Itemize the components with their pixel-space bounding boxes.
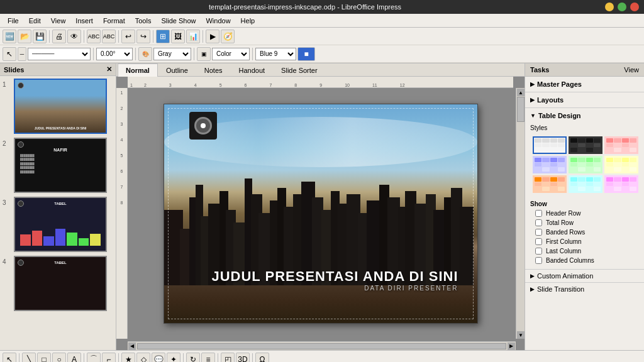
table-style-red[interactable] (604, 136, 638, 154)
align-btn[interactable]: ≡ (201, 353, 215, 363)
text-tool[interactable]: A (67, 353, 81, 363)
table-style-cyan[interactable] (569, 175, 602, 193)
area-color-icon[interactable]: 🎨 (138, 47, 152, 61)
tab-normal[interactable]: Normal (118, 63, 158, 77)
tab-notes[interactable]: Notes (196, 63, 231, 77)
custom-animation-row[interactable]: ▶ Custom Animation (525, 269, 644, 282)
flowchart-btn[interactable]: ◇ (136, 353, 150, 363)
menu-help[interactable]: Help (236, 16, 260, 26)
spellcheck-button[interactable]: ABC (87, 30, 101, 43)
draw-sep1 (19, 353, 19, 363)
connector-tool[interactable]: ⌐ (102, 353, 116, 363)
insert-special-btn[interactable]: Ω (255, 353, 269, 363)
insert-image-button[interactable]: 🖼 (171, 30, 185, 43)
table-style-purple[interactable] (604, 175, 638, 193)
slide-thumb-1[interactable]: 1 JUDUL PRESENTASI ANDA DI SINI (3, 79, 113, 134)
menu-edit[interactable]: Edit (24, 16, 46, 26)
tab-outline[interactable]: Outline (158, 63, 196, 77)
titlebar-buttons (605, 3, 639, 11)
fill-icon[interactable]: ▣ (197, 47, 211, 61)
line-style-btn[interactable]: ─ (18, 47, 26, 61)
vscroll-thumb[interactable] (517, 97, 525, 122)
slide-logo-inner (194, 117, 212, 134)
banded-rows-checkbox[interactable] (535, 229, 542, 236)
table-style-green[interactable] (569, 156, 602, 173)
sep4 (153, 30, 153, 43)
menu-view[interactable]: View (46, 16, 71, 26)
first-column-checkbox[interactable] (535, 238, 542, 245)
menu-format[interactable]: Format (98, 16, 130, 26)
callout-btn[interactable]: 💬 (152, 353, 165, 363)
tab-slide-sorter[interactable]: Slide Sorter (273, 63, 325, 77)
slide-thumb-4[interactable]: 4 TABEL (3, 256, 113, 311)
preview-button[interactable]: 👁 (67, 30, 81, 43)
slide-transition-row[interactable]: ▶ Slide Transition (525, 282, 644, 295)
table-style-orange[interactable] (533, 175, 567, 193)
hscrollbar[interactable]: ◀ ▶ (128, 341, 516, 350)
hscroll-thumb[interactable] (137, 343, 506, 349)
navigator-button[interactable]: 🧭 (221, 30, 235, 43)
total-row-checkbox[interactable] (535, 219, 542, 226)
menu-window[interactable]: Window (201, 16, 235, 26)
minimize-button[interactable] (605, 3, 614, 11)
rect-tool[interactable]: □ (37, 353, 51, 363)
shadow-btn[interactable]: ◰ (221, 353, 235, 363)
vscrollbar[interactable]: ▲ ▼ (516, 88, 525, 339)
banded-columns-checkbox[interactable] (535, 257, 542, 264)
arrow-tool[interactable]: ↖ (3, 353, 16, 363)
hscroll-left[interactable]: ◀ (128, 343, 136, 350)
line-width-select[interactable]: ───── (28, 48, 91, 60)
layouts-header[interactable]: ▶ Layouts (525, 94, 644, 106)
save-button[interactable]: 💾 (33, 30, 47, 43)
ellipse-tool[interactable]: ○ (52, 353, 66, 363)
redo-button[interactable]: ↪ (136, 30, 150, 43)
chart-button[interactable]: 📊 (186, 30, 200, 43)
master-pages-header[interactable]: ▶ Master Pages (525, 78, 644, 90)
star-btn[interactable]: ✦ (167, 353, 180, 363)
color-apply-btn[interactable]: ■ (297, 47, 315, 61)
line-tool[interactable]: ╲ (22, 353, 36, 363)
curve-tool[interactable]: ⌒ (87, 353, 101, 363)
vscroll-down[interactable]: ▼ (517, 331, 525, 339)
slide-thumb-2[interactable]: 2 NAFIR ████████████████████████████████… (3, 138, 113, 193)
table-style-dark[interactable] (569, 136, 602, 154)
open-button[interactable]: 📂 (18, 30, 31, 43)
effects-btn[interactable]: 3D (236, 353, 250, 363)
new-button[interactable]: 🆕 (3, 30, 16, 43)
vscroll-up[interactable]: ▲ (517, 89, 525, 96)
menu-tools[interactable]: Tools (130, 16, 157, 26)
table-design-header[interactable]: ▼ Table Design (525, 109, 644, 122)
toolbars: 🆕 📂 💾 🖨 👁 ABC ABC ↩ ↪ ⊞ 🖼 📊 ▶ 🧭 ↖ ─ ────… (0, 28, 644, 63)
menu-slideshow[interactable]: Slide Show (156, 16, 201, 26)
header-row-checkbox[interactable] (535, 210, 542, 217)
undo-button[interactable]: ↩ (121, 30, 135, 43)
slide-canvas[interactable]: JUDUL PRESENTASI ANDA DI SINI DATA DIRI … (164, 104, 478, 324)
table-style-yellow[interactable] (604, 156, 638, 173)
show-button[interactable]: ▶ (206, 30, 219, 43)
slide-thumb-3[interactable]: 3 TABEL (3, 197, 113, 252)
menu-insert[interactable]: Insert (70, 16, 98, 26)
hscroll-right[interactable]: ▶ (508, 343, 515, 350)
area-color-select[interactable]: Gray (153, 48, 191, 60)
print-button[interactable]: 🖨 (52, 30, 66, 43)
close-button[interactable] (630, 3, 639, 11)
slides-close-icon[interactable]: ✕ (106, 65, 112, 74)
symbol-shapes-btn[interactable]: ★ (121, 353, 135, 363)
autocorrect-button[interactable]: ABC (102, 30, 116, 43)
table-button[interactable]: ⊞ (156, 30, 170, 43)
select-tool[interactable]: ↖ (3, 47, 16, 61)
draw-sep6 (252, 353, 253, 363)
fill-select[interactable]: Color (212, 48, 250, 60)
tasks-view-btn[interactable]: View (624, 66, 639, 74)
table-style-blue[interactable] (533, 156, 567, 173)
maximize-button[interactable] (618, 3, 626, 11)
draw-sep4 (183, 353, 184, 363)
menu-file[interactable]: File (3, 16, 24, 26)
slide-3-title: TABEL (15, 202, 106, 206)
tab-handout[interactable]: Handout (231, 63, 274, 77)
last-column-checkbox[interactable] (535, 248, 542, 255)
angle-input[interactable]: 0.00° (96, 48, 133, 60)
table-style-plain[interactable] (533, 136, 567, 154)
rotate-tool[interactable]: ↻ (186, 353, 200, 363)
color-select[interactable]: Blue 9 (255, 48, 296, 60)
